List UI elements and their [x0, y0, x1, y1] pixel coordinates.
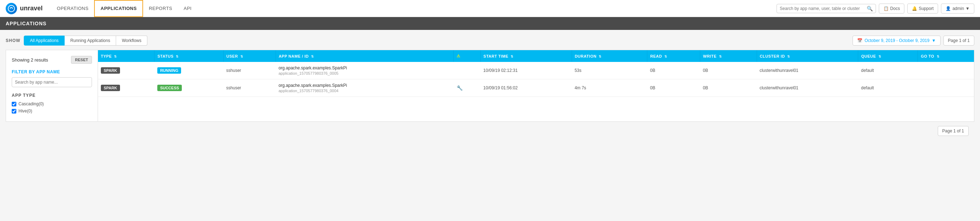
- app-type-hive: Hive(0): [12, 109, 92, 114]
- nav-api[interactable]: API: [178, 0, 197, 17]
- row1-cluster-id: clusterwithunravel01: [757, 62, 858, 79]
- logo-area: unravel: [6, 3, 43, 14]
- tab-all-applications[interactable]: All Applications: [24, 35, 65, 46]
- sort-icon-type: ⇅: [114, 55, 117, 58]
- app-id-text: application_1570577980376_0005: [278, 71, 451, 75]
- col-start-time[interactable]: START TIME ⇅: [480, 50, 572, 62]
- sort-icon-starttime: ⇅: [511, 55, 514, 58]
- date-range-picker[interactable]: 📅 October 9, 2019 - October 9, 2019 ▼: [853, 35, 940, 46]
- row2-type: SPARK: [98, 79, 154, 97]
- docs-label: Docs: [890, 6, 900, 11]
- pagination-bottom: Page 1 of 1: [938, 126, 969, 136]
- row2-read: 0B: [647, 79, 700, 97]
- app-type-section: APP TYPE Cascading(0) Hive(0): [12, 93, 92, 114]
- sort-icon-queue: ⇅: [878, 55, 881, 58]
- row1-type: SPARK: [98, 62, 154, 79]
- search-box: 🔍: [776, 4, 876, 13]
- row2-status: SUCCESS: [154, 79, 223, 97]
- col-user[interactable]: USER ⇅: [223, 50, 275, 62]
- app-name-text: org.apache.spark.examples.SparkPi: [278, 66, 451, 70]
- results-text: Showing 2 results: [12, 57, 48, 62]
- filter-by-app-name-section: FILTER BY APP NAME: [12, 69, 92, 87]
- row2-duration: 4m 7s: [572, 79, 647, 97]
- app-type-cascading: Cascading(0): [12, 101, 92, 106]
- row2-cluster-id: clusterwithunravel01: [757, 79, 858, 97]
- main-content: SHOW All Applications Running Applicatio…: [0, 30, 980, 217]
- row1-status: RUNNING: [154, 62, 223, 79]
- chevron-down-icon: ▼: [966, 6, 970, 11]
- tools-icon: 🔧: [457, 85, 463, 91]
- col-read[interactable]: READ ⇅: [647, 50, 700, 62]
- support-label: Support: [919, 6, 934, 11]
- col-write[interactable]: WRITE ⇅: [700, 50, 757, 62]
- app-name-text: org.apache.spark.examples.SparkPi: [278, 83, 451, 88]
- col-status[interactable]: STATUS ⇅: [154, 50, 223, 62]
- support-button[interactable]: 🔔 Support: [907, 3, 938, 13]
- top-navigation: unravel OPERATIONS APPLICATIONS REPORTS …: [0, 0, 980, 17]
- app-type-title: APP TYPE: [12, 93, 92, 98]
- nav-items: OPERATIONS APPLICATIONS REPORTS API: [51, 0, 776, 17]
- sort-icon-write: ⇅: [719, 55, 722, 58]
- sort-icon-goto: ⇅: [937, 55, 940, 58]
- show-left: SHOW All Applications Running Applicatio…: [6, 35, 147, 46]
- row1-appname: org.apache.spark.examples.SparkPi applic…: [275, 62, 454, 79]
- support-icon: 🔔: [912, 6, 917, 11]
- nav-applications[interactable]: APPLICATIONS: [94, 0, 143, 17]
- svg-point-0: [8, 5, 14, 12]
- cascading-label: Cascading(0): [19, 101, 44, 106]
- col-type[interactable]: TYPE ⇅: [98, 50, 154, 62]
- hive-checkbox[interactable]: [12, 109, 16, 114]
- date-range-text: October 9, 2019 - October 9, 2019: [865, 38, 929, 43]
- row1-queue: default: [858, 62, 918, 79]
- docs-icon: 📋: [883, 6, 889, 11]
- nav-operations[interactable]: OPERATIONS: [51, 0, 94, 17]
- spark-badge: SPARK: [101, 67, 120, 74]
- app-id-text: application_1570577980376_0004: [278, 89, 451, 93]
- row1-alert: [454, 62, 480, 79]
- row2-start-time: 10/09/19 01:56:02: [480, 79, 572, 97]
- row1-write: 0B: [700, 62, 757, 79]
- row2-appname: org.apache.spark.examples.SparkPi applic…: [275, 79, 454, 97]
- search-input[interactable]: [780, 6, 867, 11]
- row1-read: 0B: [647, 62, 700, 79]
- table-row: SPARK RUNNING sshuser org.apache.spark.e…: [98, 62, 974, 79]
- nav-reports[interactable]: REPORTS: [143, 0, 178, 17]
- reset-button[interactable]: RESET: [71, 56, 92, 64]
- show-row: SHOW All Applications Running Applicatio…: [6, 35, 974, 46]
- sidebar: Showing 2 results RESET FILTER BY APP NA…: [6, 50, 98, 122]
- col-app-name[interactable]: APP NAME / ID ⇅: [275, 50, 454, 62]
- pagination-top: Page 1 of 1: [943, 35, 974, 46]
- content-area: Showing 2 results RESET FILTER BY APP NA…: [6, 50, 974, 122]
- success-badge: SUCCESS: [157, 85, 182, 91]
- row1-start-time: 10/09/19 02:12:31: [480, 62, 572, 79]
- col-duration[interactable]: DURATION ⇅: [572, 50, 647, 62]
- user-label: admin: [952, 6, 964, 11]
- nav-right: 🔍 📋 Docs 🔔 Support 👤 admin ▼: [776, 3, 974, 13]
- app-name-filter-input[interactable]: [12, 77, 92, 87]
- tab-workflows[interactable]: Workflows: [116, 35, 147, 46]
- col-alert[interactable]: ⚠: [454, 50, 480, 62]
- spark-badge: SPARK: [101, 85, 120, 91]
- sort-icon-clusterid: ⇅: [787, 55, 791, 58]
- sort-icon-user: ⇅: [240, 55, 243, 58]
- calendar-icon: 📅: [857, 38, 862, 43]
- sidebar-results: Showing 2 results RESET: [12, 56, 92, 64]
- search-icon: 🔍: [867, 6, 873, 11]
- col-cluster-id[interactable]: CLUSTER ID ⇅: [757, 50, 858, 62]
- filter-title: FILTER BY APP NAME: [12, 69, 92, 74]
- page-title-bar: APPLICATIONS: [0, 17, 980, 30]
- docs-button[interactable]: 📋 Docs: [879, 3, 904, 13]
- hive-label: Hive(0): [19, 109, 32, 114]
- show-label: SHOW: [6, 38, 20, 43]
- row2-alert: 🔧: [454, 79, 480, 97]
- tab-running-applications[interactable]: Running Applications: [65, 35, 116, 46]
- row2-user: sshuser: [223, 79, 275, 97]
- table-header-row: TYPE ⇅ STATUS ⇅ USER ⇅ APP NAME / ID: [98, 50, 974, 62]
- col-goto[interactable]: GO TO ⇅: [918, 50, 974, 62]
- cascading-checkbox[interactable]: [12, 102, 16, 106]
- row2-goto: [918, 79, 974, 97]
- user-button[interactable]: 👤 admin ▼: [941, 3, 974, 13]
- row2-write: 0B: [700, 79, 757, 97]
- col-queue[interactable]: QUEUE ⇅: [858, 50, 918, 62]
- sort-icon-duration: ⇅: [599, 55, 602, 58]
